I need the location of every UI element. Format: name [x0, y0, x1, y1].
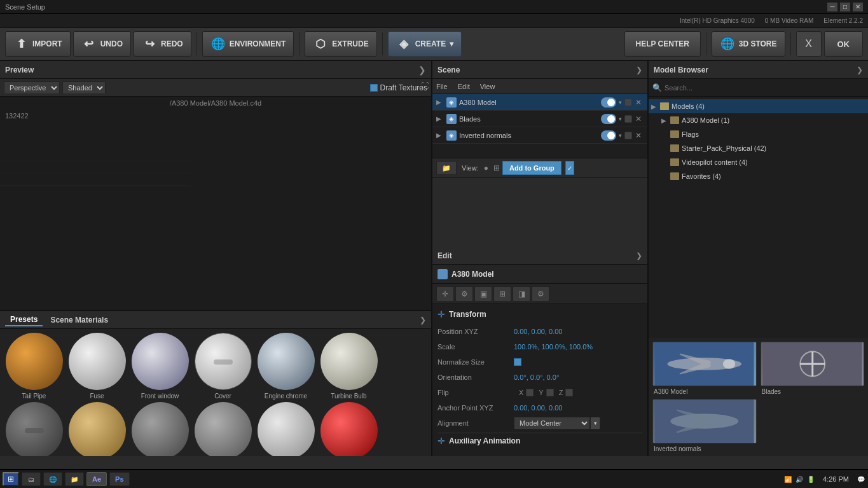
material-sphere-9 — [132, 402, 189, 456]
list-item[interactable] — [193, 402, 253, 456]
transform-label: Transform — [449, 310, 486, 319]
tree-item-models[interactable]: ▶ Models (4) — [649, 99, 868, 113]
edit-title: Edit — [437, 251, 452, 260]
scene-visibility-toggle-inverted[interactable] — [601, 130, 616, 141]
flip-y-checkbox[interactable] — [546, 389, 554, 396]
scene-close-inverted[interactable]: ✕ — [633, 131, 644, 140]
taskbar-folder-btn[interactable]: 📁 — [65, 472, 84, 486]
edit-tab-more[interactable]: ⚙ — [532, 286, 549, 302]
scene-menu-file[interactable]: File — [436, 83, 448, 90]
presets-expand-icon[interactable]: ❯ — [420, 316, 426, 324]
scene-close-a380[interactable]: ✕ — [633, 98, 644, 107]
tree-item-a380[interactable]: ▶ A380 Model (1) — [649, 113, 868, 127]
aux-anim-icon: ✛ — [437, 436, 445, 446]
scene-dot-a380[interactable] — [624, 99, 632, 106]
thumb-item-inverted[interactable]: Inverted normals — [652, 399, 757, 452]
flip-x-checkbox[interactable] — [526, 389, 534, 396]
list-item[interactable]: Cover — [193, 333, 253, 400]
edit-tab-group[interactable]: ⊞ — [493, 286, 511, 302]
preview-header: Preview ❯ — [0, 61, 431, 79]
flip-z-checkbox[interactable] — [565, 389, 573, 396]
taskbar-explorer-btn[interactable]: 🗂 — [22, 472, 41, 486]
list-item[interactable]: Fuse — [67, 333, 127, 400]
scene-close-blades[interactable]: ✕ — [633, 115, 644, 123]
list-item[interactable]: Front window — [130, 333, 190, 400]
draft-textures-checkbox[interactable] — [370, 84, 378, 92]
maximize-button[interactable]: □ — [840, 3, 850, 11]
scene-list: ▶ ◈ A380 Model ▾ ✕ ▶ ◈ — [432, 94, 647, 158]
add-group-checkbox[interactable]: ✓ — [565, 161, 574, 175]
scene-visibility-toggle-blades[interactable] — [601, 114, 616, 124]
edit-expand-icon[interactable]: ❯ — [636, 251, 642, 260]
tree-item-flags[interactable]: Flags — [649, 127, 868, 141]
edit-tab-materials[interactable]: ▣ — [474, 286, 492, 302]
add-to-group-button[interactable]: Add to Group — [502, 161, 561, 175]
scene-edit-panel: Scene ❯ File Edit View ▶ ◈ A380 Model — [432, 61, 649, 456]
environment-button[interactable]: 🌐 ENVIRONMENT — [202, 31, 294, 57]
position-values[interactable]: 0.00, 0.00, 0.00 — [514, 328, 562, 335]
viewport-expand-icon[interactable]: ⛶ — [421, 81, 429, 90]
minimize-button[interactable]: ─ — [827, 3, 837, 11]
tree-item-videopilot[interactable]: Videopilot content (4) — [649, 155, 868, 169]
scene-materials-tab[interactable]: Scene Materials — [45, 314, 113, 326]
list-item[interactable] — [319, 402, 379, 456]
help-center-button[interactable]: HELP CENTER — [624, 31, 701, 57]
list-item[interactable] — [130, 402, 190, 456]
import-button[interactable]: ⬆ IMPORT — [5, 31, 71, 57]
scene-visibility-toggle-a380[interactable] — [601, 97, 616, 108]
tree-item-favorites[interactable]: Favorites (4) — [649, 169, 868, 183]
start-button[interactable]: ⊞ — [3, 472, 19, 486]
scene-menu-edit[interactable]: Edit — [458, 83, 470, 90]
material-sphere-enginechrome — [258, 333, 315, 390]
list-item[interactable]: Turbine Bulb — [319, 333, 379, 400]
anchor-values[interactable]: 0.00, 0.00, 0.00 — [514, 404, 562, 412]
edit-tab-move[interactable]: ✛ — [436, 286, 454, 302]
edit-tab-settings[interactable]: ⚙ — [455, 286, 473, 302]
perspective-select[interactable]: Perspective — [4, 81, 60, 94]
x-button[interactable]: X — [796, 31, 822, 57]
list-item[interactable] — [256, 402, 316, 456]
browser-expand-icon[interactable]: ❯ — [857, 66, 863, 74]
material-sphere-10 — [195, 402, 252, 456]
scale-values[interactable]: 100.0%, 100.0%, 100.0% — [514, 343, 593, 351]
orientation-values[interactable]: 0.0°, 0.0°, 0.0° — [514, 373, 559, 381]
scene-dot-inverted[interactable] — [624, 132, 632, 139]
redo-button[interactable]: ↪ REDO — [134, 31, 191, 57]
taskbar-ps-btn[interactable]: Ps — [109, 472, 129, 486]
scene-item-blades[interactable]: ▶ ◈ Blades ▾ ✕ — [432, 111, 647, 127]
list-item[interactable] — [67, 402, 127, 456]
scene-item-a380[interactable]: ▶ ◈ A380 Model ▾ ✕ — [432, 94, 647, 111]
tree-item-starter[interactable]: Starter_Pack_Physical (42) — [649, 141, 868, 155]
thumb-item-blades[interactable]: Blades — [761, 342, 865, 395]
alignment-dropdown-btn[interactable]: ▾ — [590, 417, 600, 429]
material-sphere-12 — [320, 402, 378, 456]
search-input[interactable] — [665, 84, 864, 92]
list-item[interactable]: Tail Pipe — [4, 333, 64, 400]
undo-button[interactable]: ↩ UNDO — [73, 31, 131, 57]
scene-item-arrow-blades[interactable]: ▶ — [436, 115, 444, 122]
scene-item-arrow[interactable]: ▶ — [436, 99, 444, 106]
scene-expand-icon[interactable]: ❯ — [636, 66, 642, 74]
extrude-button[interactable]: ⬡ EXTRUDE — [305, 31, 376, 57]
taskbar-browser-btn[interactable]: 🌐 — [43, 472, 62, 486]
ok-button[interactable]: OK — [824, 31, 864, 57]
edit-tab-bevel[interactable]: ◨ — [513, 286, 530, 302]
preview-expand-icon[interactable]: ❯ — [418, 65, 426, 75]
scene-item-inverted[interactable]: ▶ ◈ Inverted normals ▾ ✕ — [432, 127, 647, 144]
shading-select[interactable]: Shaded — [62, 81, 106, 94]
viewport-grid — [0, 97, 191, 192]
3d-store-button[interactable]: 🌐 3D STORE — [712, 31, 785, 57]
scene-menu-view[interactable]: View — [480, 83, 495, 90]
presets-tab[interactable]: Presets — [5, 314, 43, 326]
list-item[interactable]: Engine chrome — [256, 333, 316, 400]
taskbar-ae-btn[interactable]: Ae — [86, 472, 107, 486]
list-item[interactable] — [4, 402, 64, 456]
scene-item-arrow-inverted[interactable]: ▶ — [436, 132, 444, 139]
scene-dot-blades[interactable] — [624, 115, 632, 123]
close-button[interactable]: ✕ — [853, 3, 863, 11]
thumb-item-a380[interactable]: A380 Model — [652, 342, 757, 395]
create-button[interactable]: ◈ CREATE ▾ — [388, 31, 462, 57]
alignment-select[interactable]: Model Center — [514, 417, 590, 429]
scene-add-button[interactable]: 📁 — [436, 161, 457, 175]
normalize-checkbox[interactable] — [514, 358, 521, 366]
